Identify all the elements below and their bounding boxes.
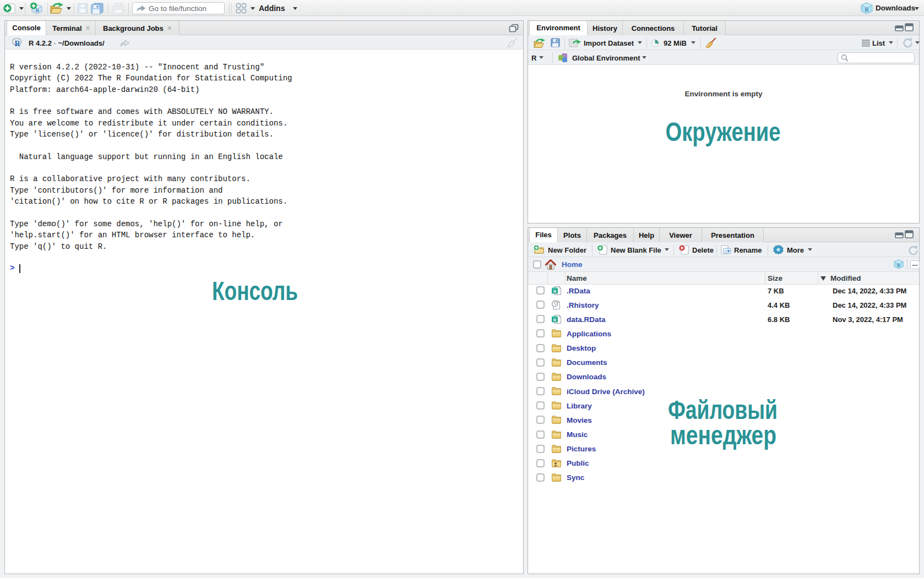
svg-text:R: R — [897, 263, 900, 268]
svg-text:Консоль: Консоль — [212, 276, 298, 306]
svg-text:R: R — [553, 289, 557, 294]
svg-text:R: R — [553, 318, 557, 323]
svg-text:менеджер: менеджер — [670, 421, 776, 450]
svg-text:Окружение: Окружение — [666, 117, 781, 146]
svg-text:R: R — [865, 7, 869, 13]
svg-text:R: R — [36, 8, 40, 13]
svg-text:R: R — [14, 40, 20, 47]
